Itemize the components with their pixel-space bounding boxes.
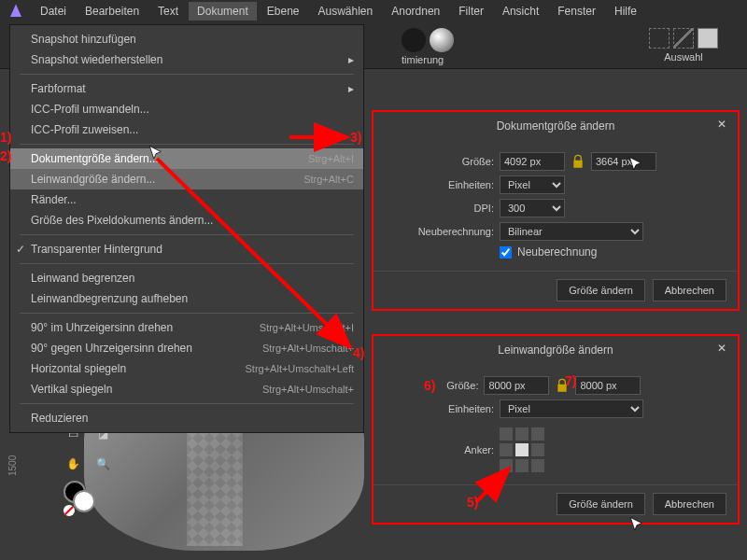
menuitem-pixeldoc-resize[interactable]: Größe des Pixeldokuments ändern... xyxy=(10,210,363,231)
resample-checkbox[interactable] xyxy=(500,246,512,259)
canvas-width-input[interactable] xyxy=(484,376,549,395)
menuitem-flip-h[interactable]: Horizontal spiegelnStrg+Alt+Umschalt+Lef… xyxy=(10,358,363,379)
hand-tool-icon[interactable]: ✋ xyxy=(61,452,85,476)
anchor-br[interactable] xyxy=(531,459,544,472)
canvas-units-select[interactable]: Pixel xyxy=(500,399,643,418)
annotation-5: 5) xyxy=(467,495,478,510)
no-fill-icon[interactable] xyxy=(63,505,75,516)
menu-hilfe[interactable]: Hilfe xyxy=(606,2,645,21)
resize-cancel-button[interactable]: Abbrechen xyxy=(653,279,726,301)
ruler-value: 1500 xyxy=(7,455,18,476)
menu-anordnen[interactable]: Anordnen xyxy=(383,2,448,21)
menuitem-transparent-bg[interactable]: ✓Transparenter Hintergrund xyxy=(10,239,363,259)
annotation-1: 1) xyxy=(0,130,11,145)
dialog-title: Dokumentgröße ändern ✕ xyxy=(374,112,738,140)
menu-dokument[interactable]: Dokument xyxy=(189,2,257,21)
preview-black-icon[interactable] xyxy=(402,28,426,52)
marquee-solid-icon[interactable] xyxy=(698,28,718,49)
color-swatches[interactable] xyxy=(63,481,86,503)
menuitem-icc-assign[interactable]: ICC-Profil zuweisen... xyxy=(10,119,363,140)
menuitem-icc-convert[interactable]: ICC-Profil umwandeln... xyxy=(10,99,363,119)
preview-sphere-icon[interactable] xyxy=(430,28,454,52)
menuitem-flip-v[interactable]: Vertikal spiegelnStrg+Alt+Umschalt+ xyxy=(10,379,363,399)
menuitem-doc-resize[interactable]: Dokumentgröße ändern...Strg+Alt+I xyxy=(10,148,363,169)
dpi-select[interactable]: 300 xyxy=(500,199,565,217)
units-label: Einheiten: xyxy=(387,403,494,414)
size-label: Größe: xyxy=(387,156,494,167)
menuitem-colorformat[interactable]: Farbformat▸ xyxy=(10,78,363,99)
canvas-resize-cancel-button[interactable]: Abbrechen xyxy=(653,493,726,515)
menu-filter[interactable]: Filter xyxy=(450,2,492,21)
doc-resize-dialog: Dokumentgröße ändern ✕ Größe: Einheiten:… xyxy=(374,112,738,309)
height-input[interactable] xyxy=(591,152,656,171)
dokument-dropdown: Snapshot hinzufügen Snapshot wiederherst… xyxy=(9,24,364,433)
anchor-label: Anker: xyxy=(387,444,494,455)
toolbar-label-optimierung: timierung xyxy=(402,54,444,65)
dialog-title: Leinwandgröße ändern ✕ xyxy=(374,336,738,364)
anchor-grid[interactable] xyxy=(500,427,544,472)
anchor-mr[interactable] xyxy=(531,443,544,456)
menu-fenster[interactable]: Fenster xyxy=(549,2,604,21)
annotation-2: 2) xyxy=(0,148,11,163)
menuitem-canvas-resize[interactable]: Leinwandgröße ändern...Strg+Alt+C xyxy=(10,169,363,189)
zoom-tool-icon[interactable]: 🔍 xyxy=(91,452,115,476)
menu-auswaehlen[interactable]: Auswählen xyxy=(309,2,381,21)
annotation-6: 6) xyxy=(424,378,435,393)
annotation-4: 4) xyxy=(353,345,364,360)
close-icon[interactable]: ✕ xyxy=(713,342,730,358)
canvas-resize-ok-button[interactable]: Größe ändern xyxy=(557,493,644,515)
chevron-right-icon: ▸ xyxy=(348,53,354,66)
anchor-center[interactable] xyxy=(515,443,529,456)
foreground-color-swatch[interactable] xyxy=(73,490,95,512)
anchor-tr[interactable] xyxy=(531,427,544,441)
dpi-label: DPI: xyxy=(387,203,494,214)
canvas-height-input[interactable] xyxy=(575,376,641,395)
menuitem-canvas-clip[interactable]: Leinwand begrenzen xyxy=(10,268,363,288)
menu-text[interactable]: Text xyxy=(149,2,187,21)
resize-ok-button[interactable]: Größe ändern xyxy=(557,279,644,301)
resample-cb-label: Neuberechnung xyxy=(517,245,597,259)
anchor-tl[interactable] xyxy=(500,427,513,441)
menu-datei[interactable]: Datei xyxy=(32,2,75,21)
menu-ansicht[interactable]: Ansicht xyxy=(494,2,547,21)
lock-icon[interactable] xyxy=(571,154,585,169)
marquee-diag-icon[interactable] xyxy=(673,28,694,49)
menuitem-snapshot-add[interactable]: Snapshot hinzufügen xyxy=(10,29,363,49)
annotation-7: 7) xyxy=(565,373,576,388)
menuitem-rotate-cw[interactable]: 90° im Uhrzeigersinn drehenStrg+Alt+Umsc… xyxy=(10,317,363,338)
anchor-bl[interactable] xyxy=(500,459,513,472)
menu-bearbeiten[interactable]: Bearbeiten xyxy=(77,2,148,21)
app-logo-icon xyxy=(7,3,24,20)
units-select[interactable]: Pixel xyxy=(500,175,565,194)
menuitem-margins[interactable]: Ränder... xyxy=(10,189,363,210)
canvas-resize-dialog: Leinwandgröße ändern ✕ 6) Größe: Einheit… xyxy=(374,336,738,523)
chevron-right-icon: ▸ xyxy=(348,82,354,95)
marquee-rect-icon[interactable] xyxy=(649,28,669,49)
check-icon: ✓ xyxy=(16,243,25,256)
menuitem-rotate-ccw[interactable]: 90° gegen Uhrzeigersinn drehenStrg+Alt+U… xyxy=(10,338,363,358)
menuitem-canvas-unclip[interactable]: Leinwandbegrenzung aufheben xyxy=(10,288,363,309)
units-label: Einheiten: xyxy=(387,179,494,190)
selection-tool-group: Auswahl xyxy=(649,28,718,63)
menubar: Datei Bearbeiten Text Dokument Ebene Aus… xyxy=(0,0,747,22)
resample-label: Neuberechnung: xyxy=(387,226,494,237)
close-icon[interactable]: ✕ xyxy=(713,118,730,134)
annotation-3: 3) xyxy=(350,130,361,145)
menuitem-snapshot-restore[interactable]: Snapshot wiederherstellen▸ xyxy=(10,49,363,70)
menu-ebene[interactable]: Ebene xyxy=(259,2,308,21)
menuitem-flatten[interactable]: Reduzieren xyxy=(10,408,363,428)
resample-select[interactable]: Bilinear xyxy=(500,222,643,241)
width-input[interactable] xyxy=(500,152,565,171)
anchor-bc[interactable] xyxy=(515,459,529,472)
anchor-tc[interactable] xyxy=(515,427,529,441)
toolbar-label-auswahl: Auswahl xyxy=(649,51,718,63)
size-label: Größe: xyxy=(441,380,478,391)
anchor-ml[interactable] xyxy=(500,443,513,456)
